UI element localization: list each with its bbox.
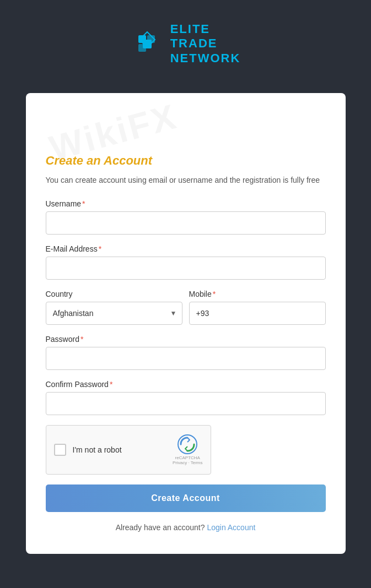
- brand-name-trade: TRADE: [170, 36, 241, 51]
- username-label: Username*: [46, 199, 326, 208]
- captcha-right: reCAPTCHA Privacy · Terms: [173, 434, 203, 465]
- login-link-row: Already have an account? Login Account: [46, 523, 326, 532]
- password-label: Password*: [46, 335, 326, 344]
- confirm-password-required: *: [110, 380, 112, 389]
- recaptcha-links: Privacy · Terms: [173, 460, 203, 465]
- country-group: Country Afghanistan Albania Algeria Unit…: [46, 290, 182, 325]
- password-required: *: [80, 335, 83, 344]
- header: ELITE TRADE NETWORK: [131, 22, 241, 66]
- register-card: WikiFX Create an Account You can create …: [26, 93, 346, 554]
- brand-name-network: NETWORK: [170, 51, 241, 66]
- email-label: E-Mail Address*: [46, 244, 326, 253]
- mobile-label: Mobile*: [189, 290, 326, 298]
- country-select[interactable]: Afghanistan Albania Algeria United State…: [46, 302, 182, 325]
- confirm-password-group: Confirm Password*: [46, 380, 326, 415]
- password-group: Password*: [46, 335, 326, 370]
- brand-name-elite: ELITE: [170, 22, 241, 36]
- form-title: Create an Account: [46, 154, 326, 168]
- recaptcha-widget[interactable]: I'm not a robot reCAPTCHA Privacy · Term…: [46, 425, 211, 475]
- login-account-link[interactable]: Login Account: [207, 523, 255, 532]
- already-account-text: Already have an account?: [116, 523, 205, 532]
- country-mobile-row: Country Afghanistan Albania Algeria Unit…: [46, 290, 326, 335]
- captcha-label: I'm not a robot: [73, 445, 122, 454]
- mobile-required: *: [213, 290, 216, 298]
- recaptcha-brand-text: reCAPTCHA: [175, 455, 200, 460]
- country-label: Country: [46, 290, 182, 298]
- confirm-password-label: Confirm Password*: [46, 380, 326, 389]
- mobile-group: Mobile*: [189, 290, 326, 325]
- username-group: Username*: [46, 199, 326, 235]
- username-required: *: [82, 199, 85, 208]
- username-input[interactable]: [46, 211, 326, 235]
- brand-name: ELITE TRADE NETWORK: [170, 22, 241, 66]
- create-account-button[interactable]: Create Account: [46, 484, 326, 512]
- captcha-left: I'm not a robot: [54, 444, 122, 456]
- country-select-wrapper: Afghanistan Albania Algeria United State…: [46, 302, 182, 325]
- captcha-checkbox[interactable]: [54, 444, 66, 456]
- mobile-input[interactable]: [189, 302, 326, 325]
- email-group: E-Mail Address*: [46, 244, 326, 280]
- email-input[interactable]: [46, 257, 326, 280]
- password-input[interactable]: [46, 347, 326, 370]
- form-subtitle: You can create account using email or us…: [46, 175, 326, 186]
- confirm-password-input[interactable]: [46, 392, 326, 415]
- brand-logo-icon: [131, 28, 164, 61]
- recaptcha-logo-icon: [178, 434, 197, 454]
- email-required: *: [99, 244, 101, 253]
